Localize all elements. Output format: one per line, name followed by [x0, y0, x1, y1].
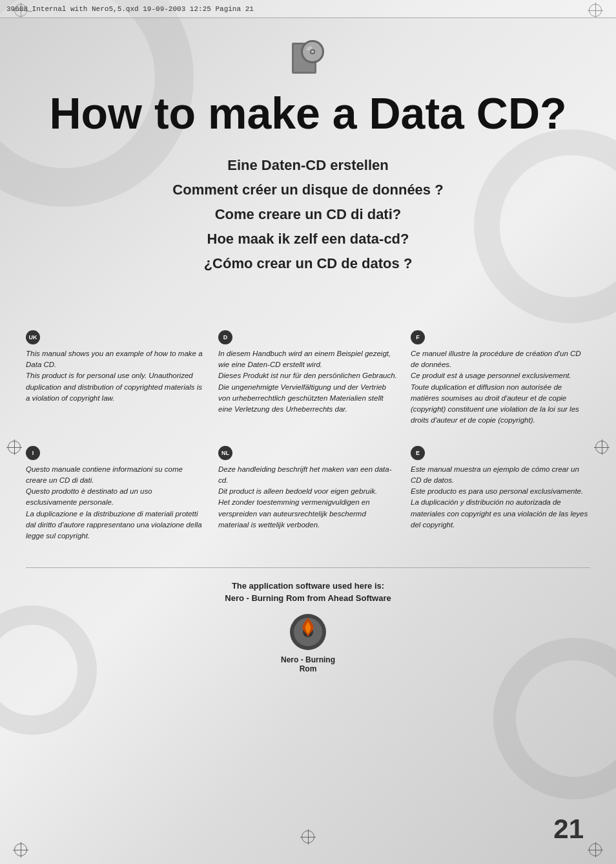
crosshair-bottom-left — [13, 842, 28, 858]
header-bar: 39608_Internal with Nero5,5.qxd 19-09-20… — [0, 0, 616, 18]
col-uk-text: This manual shows you an example of how … — [26, 348, 205, 404]
subtitle-list: Eine Daten-CD erstellen Comment créer un… — [39, 157, 577, 272]
app-section: The application software used here is: N… — [26, 567, 590, 693]
lang-badge-uk: UK — [26, 330, 40, 344]
crosshair-right — [594, 439, 610, 455]
nero-logo-icon — [289, 613, 327, 651]
crosshair-bottom-right — [588, 842, 603, 858]
col-it: I Questo manuale contiene informazioni s… — [26, 446, 205, 542]
top-section: How to make a Data CD? Eine Daten-CD ers… — [0, 18, 616, 311]
subtitle-fr: Comment créer un disque de données ? — [172, 182, 443, 198]
col-it-text: Questo manuale contiene informazioni su … — [26, 464, 205, 542]
lang-badge-it: I — [26, 446, 40, 460]
app-name: Nero - Burning Rom from Ahead Software — [52, 593, 564, 603]
header-text: 39608_Internal with Nero5,5.qxd 19-09-20… — [6, 5, 254, 13]
col-nl-text: Deze handleiding beschrijft het maken va… — [218, 464, 398, 531]
col-fr: F Ce manuel illustre la procédure de cré… — [411, 330, 590, 427]
crosshair-bottom — [300, 829, 316, 845]
col-es-text: Este manual muestra un ejemplo de cómo c… — [411, 464, 590, 531]
col-de-text: In diesem Handbuch wird an einem Beispie… — [218, 348, 398, 416]
crosshair-left — [6, 439, 22, 455]
lang-badge-nl: NL — [218, 446, 232, 460]
lang-badge-es: E — [411, 446, 425, 460]
page: 39608_Internal with Nero5,5.qxd 19-09-20… — [0, 0, 616, 864]
col-de: D In diesem Handbuch wird an einem Beisp… — [218, 330, 398, 427]
main-content: 39608_Internal with Nero5,5.qxd 19-09-20… — [0, 0, 616, 693]
subtitle-nl: Hoe maak ik zelf een data-cd? — [207, 231, 409, 248]
col-fr-text: Ce manuel illustre la procédure de créat… — [411, 348, 590, 427]
cd-icon — [285, 37, 331, 83]
lang-badge-de: D — [218, 330, 232, 344]
nero-logo-container: Nero - BurningRom — [52, 613, 564, 673]
col-es: E Este manual muestra un ejemplo de cómo… — [411, 446, 590, 542]
text-columns-row1: UK This manual shows you an example of h… — [0, 317, 616, 439]
nero-logo-text: Nero - BurningRom — [281, 655, 335, 673]
page-number: 21 — [553, 814, 584, 845]
app-label: The application software used here is: — [52, 581, 564, 591]
svg-point-5 — [311, 50, 314, 53]
text-columns-row2: I Questo manuale contiene informazioni s… — [0, 439, 616, 555]
col-nl: NL Deze handleiding beschrijft het maken… — [218, 446, 398, 542]
lang-badge-fr: F — [411, 330, 425, 344]
col-uk: UK This manual shows you an example of h… — [26, 330, 205, 427]
subtitle-es: ¿Cómo crear un CD de datos ? — [204, 255, 413, 272]
main-title: How to make a Data CD? — [39, 89, 577, 138]
subtitle-de: Eine Daten-CD erstellen — [227, 157, 388, 174]
subtitle-it: Come creare un CD di dati? — [215, 206, 402, 223]
